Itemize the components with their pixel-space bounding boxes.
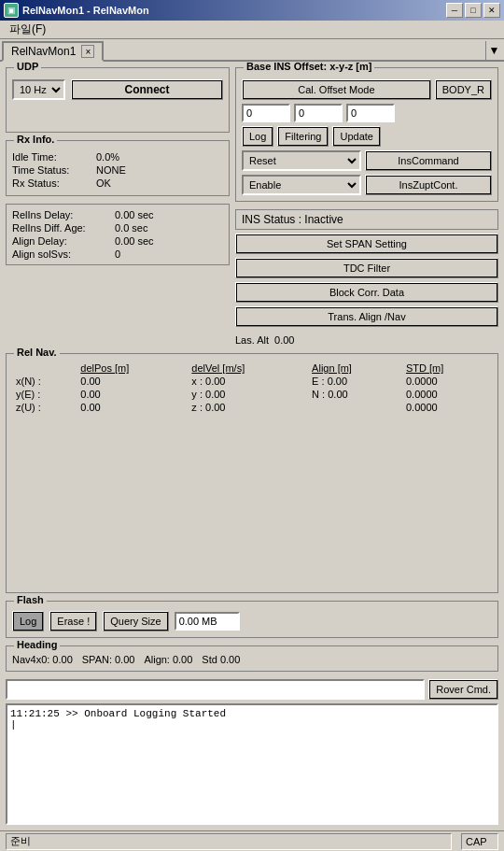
time-status-value: NONE [96, 164, 126, 176]
table-row: x(N) : 0.00 x : 0.00 E : 0.00 [12, 375, 492, 388]
rover-cmd-button[interactable]: Rover Cmd. [428, 679, 498, 700]
tdc-filter-button[interactable]: TDC Filter [235, 258, 498, 278]
align-solsvs-label: Align solSvs: [12, 248, 115, 260]
rx-status-value: OK [96, 177, 111, 189]
status-left: 준비 [6, 833, 452, 850]
connect-button[interactable]: Connect [71, 79, 223, 100]
reset-select[interactable]: Reset [242, 150, 361, 171]
block-corr-button[interactable]: Block Corr. Data [235, 282, 498, 303]
nav4x0-item: Nav4x0: 0.00 [12, 654, 73, 665]
las-alt-value: 0.00 [274, 334, 294, 346]
app-icon: ▣ [4, 3, 19, 18]
ins-status-label: INS Status : Inactive [242, 213, 343, 226]
erase-button[interactable]: Erase ! [49, 611, 97, 631]
nav4x0-label: Nav4x0: [12, 654, 49, 665]
heading-title: Heading [14, 639, 60, 650]
tab-relnavmon1[interactable]: RelNavMon1 × [2, 41, 104, 62]
udp-title: UDP [14, 62, 41, 72]
align-delay-label: Align Delay: [12, 235, 115, 247]
col-header-delvel: delVel [m/s] [188, 362, 308, 375]
std-item: Std 0.00 [202, 654, 240, 665]
maximize-button[interactable]: □ [465, 3, 482, 18]
rover-row: Rover Cmd. [6, 679, 498, 700]
col-header-align: Align [m] [308, 362, 402, 375]
rx-info-group: Rx Info. Idle Time: 0.0% Time Status: NO… [6, 140, 230, 196]
flash-size-display: 0.00 MB [175, 612, 240, 631]
span-item: SPAN: 0.00 [82, 654, 135, 665]
trans-align-button[interactable]: Trans. Align /Nav [235, 306, 498, 327]
body-r-button[interactable]: BODY_R [435, 79, 492, 100]
cal-offset-button[interactable]: Cal. Offset Mode [242, 79, 431, 100]
close-button[interactable]: ✕ [483, 3, 500, 18]
base-ins-x-input[interactable] [242, 104, 290, 122]
tab-dropdown[interactable]: ▼ [485, 41, 502, 60]
std-label: Std [202, 654, 217, 665]
window-title: RelNavMon1 - RelNavMon [22, 5, 149, 16]
flash-log-button[interactable]: Log [12, 611, 44, 631]
row-y-align: N : 0.00 [308, 388, 402, 401]
relins-delay-label: RelIns Delay: [12, 209, 115, 220]
table-row: z(U) : 0.00 z : 0.00 0.0000 [12, 401, 492, 414]
filtering-button[interactable]: Filtering [277, 126, 329, 147]
flash-group: Flash Log Erase ! Query Size 0.00 MB [6, 601, 498, 638]
idle-time-row: Idle Time: 0.0% [12, 150, 223, 163]
main-area: UDP 10 Hz Connect Rx Info. [0, 62, 504, 830]
row-y-axis: y(E) : [12, 388, 77, 401]
row-x-axis: x(N) : [12, 375, 77, 388]
set-span-button[interactable]: Set SPAN Setting [235, 234, 498, 254]
col-header-std: STD [m] [402, 362, 492, 375]
status-bar: 준비 CAP [0, 830, 504, 851]
align-delay-row: Align Delay: 0.00 sec [12, 234, 223, 248]
log-text: 11:21:25 >> Onboard Logging Started [10, 708, 494, 719]
right-column: Base INS Offset: x-y-z [m] Cal. Offset M… [235, 67, 498, 349]
rx-status-label: Rx Status: [12, 177, 96, 189]
row-x-std: 0.0000 [402, 375, 492, 388]
ins-zupt-button[interactable]: InsZuptCont. [365, 175, 492, 195]
time-status-label: Time Status: [12, 164, 96, 176]
tab-close-button[interactable]: × [81, 45, 94, 58]
base-ins-z-input[interactable] [346, 104, 395, 122]
right-buttons-panel: Set SPAN Setting TDC Filter Block Corr. … [235, 234, 498, 349]
relins-diff-value: 0.0 sec [115, 222, 147, 234]
rx-info-title: Rx Info. [14, 134, 57, 145]
base-ins-title: Base INS Offset: x-y-z [m] [244, 62, 374, 72]
las-alt-label: Las. Alt [235, 334, 269, 346]
enable-select[interactable]: Enable [242, 175, 361, 195]
base-ins-y-input[interactable] [294, 104, 343, 122]
update-button[interactable]: Update [332, 126, 380, 147]
time-status-row: Time Status: NONE [12, 163, 223, 177]
relins-delay-row: RelIns Delay: 0.00 sec [12, 208, 223, 221]
udp-rate-select[interactable]: 10 Hz [12, 79, 65, 100]
idle-time-label: Idle Time: [12, 151, 96, 163]
col-header-axis [12, 362, 77, 375]
relins-info-box: RelIns Delay: 0.00 sec RelIns Diff. Age:… [6, 204, 230, 265]
status-right: CAP [461, 833, 498, 850]
row-x-delpos: 0.00 [77, 375, 188, 388]
row-y-delvel: y : 0.00 [188, 388, 308, 401]
span-label: SPAN: [82, 654, 112, 665]
rover-input[interactable] [6, 679, 425, 700]
align-solsvs-row: Align solSvs: 0 [12, 248, 223, 261]
row-z-delvel: z : 0.00 [188, 401, 308, 414]
idle-time-value: 0.0% [96, 151, 119, 163]
relins-diff-label: RelIns Diff. Age: [12, 222, 115, 234]
align-label: Align: [144, 654, 170, 665]
heading-group: Heading Nav4x0: 0.00 SPAN: 0.00 Align: 0… [6, 645, 498, 672]
align-item: Align: 0.00 [144, 654, 192, 665]
rel-nav-table: delPos [m] delVel [m/s] Align [m] STD [m… [12, 362, 492, 414]
row-z-align [308, 401, 402, 414]
col-header-delpos: delPos [m] [77, 362, 188, 375]
ins-status-box: INS Status : Inactive [235, 209, 498, 230]
log-output[interactable]: 11:21:25 >> Onboard Logging Started | [6, 703, 498, 825]
log-button[interactable]: Log [242, 126, 273, 147]
base-ins-group: Base INS Offset: x-y-z [m] Cal. Offset M… [235, 67, 498, 202]
row-z-delpos: 0.00 [77, 401, 188, 414]
udp-group: UDP 10 Hz Connect [6, 67, 230, 133]
ins-command-button[interactable]: InsCommand [365, 150, 492, 171]
query-size-button[interactable]: Query Size [103, 611, 168, 631]
file-menu[interactable]: 파일(F) [4, 20, 51, 39]
main-content: UDP 10 Hz Connect Rx Info. [0, 62, 504, 830]
minimize-button[interactable]: ─ [446, 3, 463, 18]
relins-delay-value: 0.00 sec [115, 209, 154, 220]
row-z-std: 0.0000 [402, 401, 492, 414]
